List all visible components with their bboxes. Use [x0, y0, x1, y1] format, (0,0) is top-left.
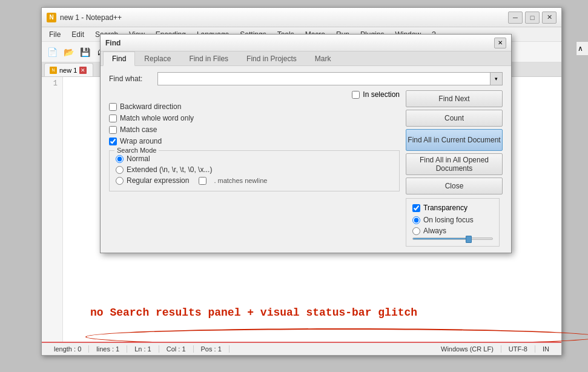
title-bar-left: N new 1 - Notepad++: [47, 13, 122, 22]
status-length: length : 0: [47, 345, 89, 353]
notepadpp-icon: N: [47, 13, 56, 22]
find-dialog-close[interactable]: ✕: [494, 38, 506, 48]
transparency-slider-fill: [413, 238, 469, 239]
status-eol: Windows (CR LF): [434, 345, 501, 353]
radio-normal: Normal: [116, 154, 393, 163]
radio-normal-label: Normal: [127, 154, 150, 163]
status-pos: Pos : 1: [194, 345, 230, 353]
on-losing-focus-label: On losing focus: [423, 216, 474, 224]
tab-close-button[interactable]: ✕: [79, 67, 87, 74]
backward-direction-checkbox[interactable]: [109, 103, 117, 111]
line-number-1: 1: [47, 79, 58, 88]
count-button[interactable]: Count: [406, 110, 503, 127]
radio-regex-input[interactable]: [116, 177, 124, 185]
find-tab-find[interactable]: Find: [103, 51, 135, 66]
find-dialog: Find ✕ Find Replace Find in Files Find i…: [100, 34, 512, 253]
find-tabs: Find Replace Find in Files Find in Proje…: [101, 51, 511, 66]
in-selection-label: In selection: [363, 90, 400, 99]
restore-button[interactable]: □: [525, 12, 540, 24]
search-mode-section: Search Mode Normal Extended (\n, \r, \t,…: [109, 150, 400, 191]
backward-direction-check: Backward direction: [109, 102, 400, 111]
wrap-around-check: Wrap around: [109, 137, 400, 145]
radio-regex: Regular expression: [116, 176, 189, 185]
radio-regex-label: Regular expression: [127, 176, 189, 185]
find-what-input[interactable]: [157, 72, 491, 85]
transparency-slider-thumb[interactable]: [466, 236, 472, 243]
find-title-bar: Find ✕: [101, 35, 511, 51]
find-tab-find-in-projects[interactable]: Find in Projects: [237, 51, 306, 65]
transparency-checkbox[interactable]: [412, 204, 420, 212]
find-tab-mark[interactable]: Mark: [306, 51, 340, 65]
tab-new1[interactable]: N new 1 ✕: [44, 63, 93, 76]
radio-regex-row: Regular expression . matches newline: [116, 176, 393, 185]
on-losing-focus-radio: On losing focus: [412, 216, 493, 224]
status-encoding: UTF-8: [501, 345, 535, 353]
transparency-check: Transparency: [412, 204, 493, 212]
find-all-opened-button[interactable]: Find All in All Opened Documents: [406, 153, 503, 175]
tab-label: new 1: [59, 67, 77, 74]
close-button-find[interactable]: Close: [406, 178, 503, 194]
in-selection-check: In selection: [352, 90, 400, 99]
sidebar-expand-arrow[interactable]: ∧: [576, 41, 588, 55]
wrap-around-label: Wrap around: [120, 137, 162, 145]
search-mode-legend: Search Mode: [114, 147, 159, 154]
in-selection-checkbox[interactable]: [352, 91, 360, 99]
always-radio-input[interactable]: [412, 227, 420, 235]
match-case-check: Match case: [109, 125, 400, 134]
match-whole-word-label: Match whole word only: [120, 114, 194, 122]
status-col: Col : 1: [159, 345, 194, 353]
backward-direction-label: Backward direction: [120, 102, 181, 111]
matches-newline-label: . matches newline: [214, 177, 267, 184]
title-bar-controls: ─ □ ✕: [508, 12, 557, 24]
toolbar-save[interactable]: 💾: [77, 44, 93, 60]
find-left-panel: In selection Backward direction Match wh…: [109, 90, 406, 247]
minimize-button[interactable]: ─: [508, 12, 523, 24]
radio-extended: Extended (\n, \r, \t, \0, \x...): [116, 165, 393, 174]
find-buttons-panel: Find Next Count Find All in Current Docu…: [406, 90, 503, 247]
radio-extended-input[interactable]: [116, 166, 124, 174]
menu-edit[interactable]: Edit: [67, 29, 89, 40]
radio-normal-input[interactable]: [116, 155, 124, 163]
status-bar: length : 0 lines : 1 Ln : 1 Col : 1 Pos …: [42, 342, 561, 355]
matches-newline-checkbox[interactable]: [199, 177, 206, 185]
close-button[interactable]: ✕: [542, 12, 557, 24]
find-dialog-title: Find: [105, 39, 121, 47]
toolbar-open[interactable]: 📂: [61, 44, 76, 60]
line-numbers: 1: [42, 77, 63, 342]
wrap-around-checkbox[interactable]: [109, 138, 117, 145]
find-what-label: Find what:: [109, 75, 157, 83]
find-tab-replace[interactable]: Replace: [135, 51, 180, 65]
find-what-dropdown[interactable]: ▾: [491, 72, 503, 85]
match-whole-word-check: Match whole word only: [109, 114, 400, 122]
tab-file-icon: N: [50, 67, 57, 74]
find-body: Find what: ▾ In selection Backward direc…: [101, 66, 511, 253]
match-case-checkbox[interactable]: [109, 126, 117, 134]
title-bar: N new 1 - Notepad++ ─ □ ✕: [42, 8, 561, 27]
match-case-label: Match case: [120, 125, 157, 134]
always-radio: Always: [412, 227, 493, 235]
toolbar-new[interactable]: 📄: [44, 44, 60, 60]
menu-file[interactable]: File: [44, 29, 65, 40]
status-lines: lines : 1: [89, 345, 127, 353]
find-main-content: In selection Backward direction Match wh…: [109, 90, 503, 247]
find-tab-find-in-files[interactable]: Find in Files: [180, 51, 237, 65]
status-ln: Ln : 1: [127, 345, 159, 353]
transparency-section: Transparency On losing focus Always: [406, 198, 500, 247]
on-losing-focus-radio-input[interactable]: [412, 216, 420, 224]
transparency-label: Transparency: [423, 204, 467, 212]
expand-icon: ∧: [578, 44, 583, 53]
radio-extended-label: Extended (\n, \r, \t, \0, \x...): [127, 165, 212, 174]
status-ins: IN: [535, 345, 557, 353]
annotation-text: no Search results panel + visual status-…: [90, 307, 417, 319]
find-next-button[interactable]: Find Next: [406, 90, 503, 107]
find-what-row: Find what: ▾: [109, 72, 503, 85]
match-whole-word-checkbox[interactable]: [109, 115, 117, 122]
transparency-slider-track[interactable]: [412, 237, 493, 240]
find-all-current-button[interactable]: Find All in Current Document: [406, 129, 503, 151]
always-label: Always: [423, 227, 446, 235]
window-title: new 1 - Notepad++: [60, 13, 122, 22]
